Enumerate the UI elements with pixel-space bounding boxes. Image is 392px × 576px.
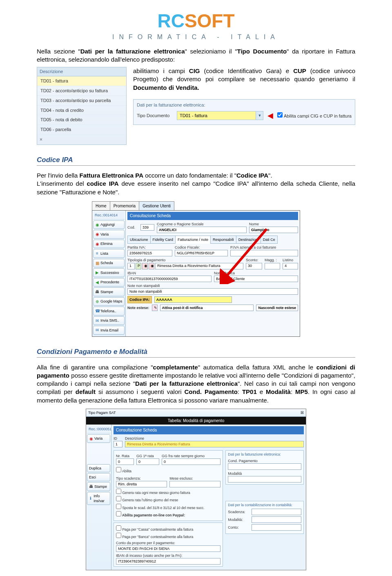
tipo-pagam-label: Tipo Pagam SAT — [88, 410, 116, 415]
logo-main: RCSOFT — [37, 8, 355, 33]
nome-banca-field[interactable]: Banca del Cliente — [214, 276, 298, 282]
dropdown-item[interactable]: TD01 - fattura — [37, 76, 126, 86]
arrow-red-icon: ◀ — [267, 111, 273, 120]
tab-promemoria[interactable]: Promemoria — [110, 201, 139, 211]
cond-pagamento-field[interactable] — [228, 463, 301, 470]
sidebar-varia[interactable]: ◉Varia — [87, 434, 110, 443]
content-title: Consultazione Scheda — [127, 212, 298, 220]
codice-ipa-label: Codice IPA: — [127, 296, 152, 303]
tipo-documento-label: Tipo Documento — [137, 113, 174, 119]
phone-icon: ☎ — [95, 308, 99, 314]
record-counter: Rec.:0000051 — [87, 425, 110, 433]
close-icon[interactable]: ☒ — [301, 410, 304, 415]
sidebar-varia[interactable]: ◉Varia — [93, 230, 125, 239]
intro-paragraph: Nella sezione "Dati per la fatturazione … — [37, 47, 355, 64]
section-codice-ipa: Codice IPA — [37, 156, 355, 166]
section-condizioni: Condizioni Pagamento e Modalità — [37, 347, 355, 358]
record-counter: Rec.:0014014 — [93, 211, 125, 219]
scheda-cliente-screenshot: Home Promemoria Gestione Utenti Rec.:001… — [92, 201, 300, 337]
tab-home[interactable]: Home — [92, 201, 110, 211]
dropdown-item[interactable]: TD03 - acconto/anticipo su parcella — [37, 96, 126, 106]
email-icon: ✉ — [95, 327, 99, 333]
tipologia-field[interactable]: Rimessa Diretta a Ricevimento Fattura — [155, 263, 243, 269]
sidebar-sms[interactable]: ✉Invia SMS.. — [93, 316, 125, 325]
logo: RCSOFT INFORMATICA - ITALIA — [37, 8, 355, 42]
tipo-documento-dropdown[interactable]: Descrizione TD01 - fattura TD02 - accont… — [37, 67, 127, 145]
sidebar-duplica[interactable]: Duplica — [87, 464, 110, 472]
subtab-ubicazione[interactable]: Ubicazione — [127, 236, 151, 244]
s2-p1: Per l'invio della Fattura Elettronica PA… — [37, 171, 355, 180]
sidebar-lista[interactable]: ≡Lista — [93, 249, 125, 258]
sidebar-successivo[interactable]: ▶Successivo — [93, 268, 125, 277]
logo-soft: SOFT — [185, 10, 235, 31]
next-icon: ▶ — [95, 270, 99, 276]
nome-field[interactable]: Giampiero — [249, 227, 298, 233]
sidebar-precedente[interactable]: ◀Precedente — [93, 278, 125, 287]
maps-icon: ⊕ — [95, 299, 99, 305]
logo-subtitle: INFORMATICA - ITALIA — [37, 33, 355, 42]
sidebar-email[interactable]: ✉Invia Email — [93, 326, 125, 335]
sidebar-googlemaps[interactable]: ⊕Google Maps — [93, 297, 125, 306]
postit-icon[interactable]: ✎ — [152, 305, 158, 311]
card-icon: ▦ — [95, 260, 99, 266]
pivaaz-field[interactable] — [230, 250, 298, 256]
tipo-documento-field[interactable]: TD01 - fattura ▼ — [177, 111, 263, 120]
modalita-field[interactable] — [228, 476, 301, 483]
intro-paragraph-2: abilitiamo i campi CIG (codice Identific… — [133, 67, 355, 92]
close-icon[interactable]: × — [37, 135, 126, 145]
sidebar: Rec.:0014014 ◉Aggiungi ◉Varia ◉Elimina ≡… — [92, 211, 126, 336]
dropdown-item[interactable]: TD05 - nota di debito — [37, 115, 126, 125]
logo-rc: RC — [157, 10, 184, 31]
dropdown-item[interactable]: TD06 - parcella — [37, 125, 126, 135]
edit-icon: ◉ — [95, 231, 99, 237]
prev-icon: ◀ — [95, 280, 99, 285]
list-icon: ≡ — [95, 251, 99, 256]
subtab-fidelity[interactable]: Fidelity Card — [150, 236, 176, 244]
s3-p: Alla fine di garantire una compilazione … — [37, 363, 355, 405]
sidebar-esci[interactable]: Esci — [87, 473, 110, 481]
sidebar-scheda[interactable]: ▦Scheda — [93, 259, 125, 268]
cod-field[interactable]: 339 — [140, 224, 154, 231]
codice-ipa-field[interactable]: AAAAAA — [154, 296, 232, 303]
content-title: Consultazione Scheda — [114, 426, 304, 434]
ragione-sociale-field[interactable]: ANGELICI — [157, 227, 247, 233]
subtab-destinazioni[interactable]: Destinazioni — [236, 236, 261, 244]
descrizione-field[interactable]: Rimessa Diretta a Ricevimento Fattura — [125, 441, 304, 447]
dropdown-item[interactable]: TD02 - acconto/anticipo su fattura — [37, 86, 126, 96]
cf-field[interactable]: NGLGPR67R05H501P — [175, 250, 228, 256]
sidebar-elimina[interactable]: ◉Elimina — [93, 240, 125, 249]
fatturazione-panel: Dati per la fatturazione elettronica: Ti… — [133, 99, 355, 125]
iban-field[interactable]: IT47T0103081370000000259 — [127, 276, 212, 282]
subtab-responsabili[interactable]: Responsabili — [210, 236, 236, 244]
abilita-cig-cup-checkbox[interactable]: Abilita campi CIG e CUP in fattura — [277, 112, 352, 119]
note-ns-field[interactable]: Note non stampabili — [127, 288, 298, 295]
sidebar-aggiungi[interactable]: ◉Aggiungi — [93, 220, 125, 229]
sidebar-telefona[interactable]: ☎Telefona.. — [93, 307, 125, 316]
tab-gestione-utenti[interactable]: Gestione Utenti — [139, 201, 174, 211]
dropdown-item[interactable]: TD04 - nota di credito — [37, 106, 126, 116]
panel-title: Dati per la fatturazione elettronica: — [137, 102, 352, 108]
sidebar-stampe[interactable]: 🖶Stampe — [93, 287, 125, 296]
piva-field[interactable]: 23568978215 — [127, 250, 172, 256]
s2-p2: L'inserimento del codice IPA deve essere… — [37, 180, 355, 196]
subtab-datice[interactable]: Dati Ce — [261, 236, 278, 244]
sms-icon: ✉ — [95, 318, 99, 324]
nascondi-note-button[interactable]: Nascondi note estese — [256, 305, 298, 311]
delete-icon: ◉ — [95, 241, 99, 247]
chevron-down-icon[interactable]: ▼ — [256, 111, 263, 120]
print-icon: 🖶 — [95, 289, 99, 295]
window-title: Tabella: Modalità di pagamento — [86, 417, 306, 425]
plus-icon: ◉ — [95, 222, 99, 228]
sidebar-stampe[interactable]: 🖶Stampe — [87, 482, 110, 491]
dropdown-header: Descrizione — [37, 67, 126, 76]
sidebar-info[interactable]: ℹInfo ins/var — [87, 492, 110, 505]
subtab-fatturazione[interactable]: Fatturazione / note — [175, 236, 211, 244]
modalita-pagamento-screenshot: Tipo Pagam SAT ☒ Tabella: Modalità di pa… — [86, 409, 306, 570]
